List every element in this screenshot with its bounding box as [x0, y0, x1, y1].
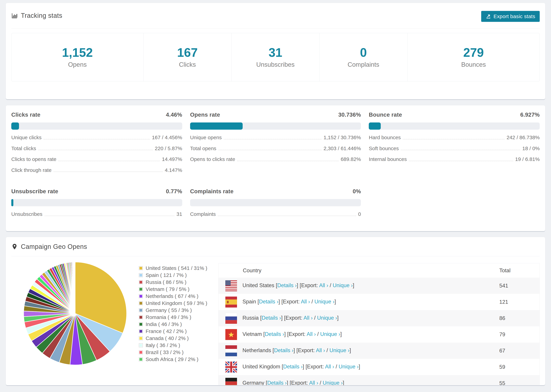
country-cell: Russia [Details ›] [Export: All › / Uniq… [219, 310, 499, 326]
details-link[interactable]: Details › [283, 364, 303, 370]
stat-label: Complaints [347, 61, 379, 68]
stat-row-value: 0 [358, 211, 361, 217]
stat-row: Opens to clicks rate689.82% [190, 156, 361, 162]
progress-bar [190, 122, 361, 130]
details-link[interactable]: Details › [262, 315, 281, 321]
rate-header: Unsubscribe rate0.77% [11, 188, 182, 195]
stat-row-label: Hard bounces [369, 135, 401, 140]
dotted-leader [403, 139, 504, 139]
rate-header: Complaints rate0% [190, 188, 361, 195]
stat-value: 31 [268, 46, 282, 59]
stat-row: Unique clicks167 / 4.456% [11, 135, 182, 140]
stat-value: 167 [177, 46, 198, 59]
stat-row: Complaints0 [190, 211, 361, 217]
progress-fill [11, 122, 19, 130]
country-name: United States [242, 282, 276, 288]
export-unique-link[interactable]: Unique › [323, 380, 343, 385]
rate-value: 0.77% [166, 188, 182, 195]
export-all-link[interactable]: All › [309, 380, 318, 385]
legend-label: France ( 42 / 2% ) [146, 328, 187, 334]
stat-row-label: Internal bounces [369, 156, 407, 162]
details-link[interactable]: Details › [265, 331, 284, 337]
total-cell: 55 [499, 375, 540, 385]
legend-item-south-africa: South Africa ( 29 / 2% ) [139, 356, 218, 363]
export-all-link[interactable]: All › [316, 347, 325, 353]
progress-bar [11, 199, 182, 206]
legend-label: South Africa ( 29 / 2% ) [146, 357, 198, 362]
export-unique-link[interactable]: Unique › [339, 364, 359, 370]
export-unique-link[interactable]: Unique › [314, 299, 334, 305]
export-all-link[interactable]: All › [304, 315, 313, 321]
rates-card: Clicks rate4.46%Unique clicks167 / 4.456… [6, 105, 545, 231]
export-unique-link[interactable]: Unique › [333, 282, 353, 288]
geo-pie-chart [11, 258, 139, 366]
stat-row-label: Opens to clicks rate [190, 156, 235, 162]
rate-title: Bounce rate [369, 112, 402, 118]
export-all-link[interactable]: All › [301, 299, 310, 305]
rate-header: Bounce rate6.927% [369, 112, 540, 118]
stat-label: Unsubscribes [256, 61, 295, 68]
country-name: Spain [242, 299, 258, 305]
country-cell: United States [Details ›] [Export: All ›… [219, 278, 499, 294]
dotted-leader [54, 172, 163, 172]
pie-chart-svg [22, 261, 128, 366]
rate-section-unsubscribe: Unsubscribe rate0.77%Unsubscribes31 [11, 188, 182, 217]
flag-icon-de [225, 378, 237, 385]
legend-swatch [139, 343, 143, 347]
country-name: Germany [242, 380, 266, 385]
legend-item-spain: Spain ( 121 / 7% ) [139, 272, 218, 279]
legend-item-united-kingdom: United Kingdom ( 59 / 3% ) [139, 300, 218, 307]
total-cell: 86 [499, 310, 540, 326]
legend-label: India ( 46 / 3% ) [146, 321, 182, 327]
details-link[interactable]: Details › [259, 299, 279, 305]
details-link[interactable]: Details › [274, 347, 293, 353]
export-all-link[interactable]: All › [325, 364, 334, 370]
bracket: [ [266, 380, 267, 385]
bracket: ] [353, 282, 354, 288]
legend-label: Romania ( 49 / 3% ) [146, 314, 191, 320]
legend-swatch [139, 301, 143, 305]
bracket: [ [258, 299, 259, 305]
rate-value: 4.46% [166, 112, 182, 118]
export-basic-stats-button[interactable]: Export basic stats [481, 11, 540, 22]
legend-item-vietnam: Vietnam ( 79 / 5% ) [139, 286, 218, 293]
dotted-leader [409, 161, 513, 161]
country-name: Russia [242, 315, 260, 321]
rate-section-complaints: Complaints rate0%Complaints0 [190, 188, 361, 217]
export-unique-link[interactable]: Unique › [320, 331, 340, 337]
export-icon [486, 14, 491, 19]
slash: / [328, 282, 333, 288]
page-title: Tracking stats [21, 12, 62, 19]
details-link[interactable]: Details › [277, 282, 297, 288]
legend-swatch [139, 294, 143, 298]
stat-complaints: 0Complaints [319, 33, 407, 81]
dotted-leader [218, 216, 356, 216]
bracket: ] [343, 380, 344, 385]
rate-title: Clicks rate [11, 112, 40, 118]
table-row-russia: Russia [Details ›] [Export: All › / Uniq… [219, 310, 540, 326]
legend-item-france: France ( 42 / 2% ) [139, 328, 218, 335]
total-cell: 121 [499, 294, 540, 310]
bracket: ] [337, 315, 339, 321]
geo-legend: United States ( 541 / 31% )Spain ( 121 /… [139, 265, 218, 363]
legend-label: Spain ( 121 / 7% ) [146, 272, 187, 278]
flag-icon-ru [225, 313, 237, 324]
progress-fill [190, 122, 243, 130]
stat-row-value: 689.82% [341, 156, 361, 162]
stat-bounces: 279Bounces [407, 33, 540, 81]
export-all-link[interactable]: All › [319, 282, 328, 288]
flag-icon-vn [225, 329, 237, 340]
stat-row-value: 19 / 6.81% [515, 156, 540, 162]
stat-row-label: Soft bounces [369, 146, 399, 152]
stat-row-label: Unsubscribes [11, 211, 42, 217]
slash: / [313, 315, 317, 321]
export-all-link[interactable]: All › [307, 331, 316, 337]
details-link[interactable]: Details › [267, 380, 287, 385]
export-unique-link[interactable]: Unique › [317, 315, 337, 321]
rate-title: Complaints rate [190, 188, 233, 195]
legend-label: Germany ( 55 / 3% ) [146, 307, 192, 313]
stat-row-value: 242 / 86.738% [507, 135, 540, 140]
legend-label: Vietnam ( 79 / 5% ) [146, 286, 190, 292]
stat-unsubscribes: 31Unsubscribes [232, 33, 319, 81]
export-unique-link[interactable]: Unique › [329, 347, 349, 353]
